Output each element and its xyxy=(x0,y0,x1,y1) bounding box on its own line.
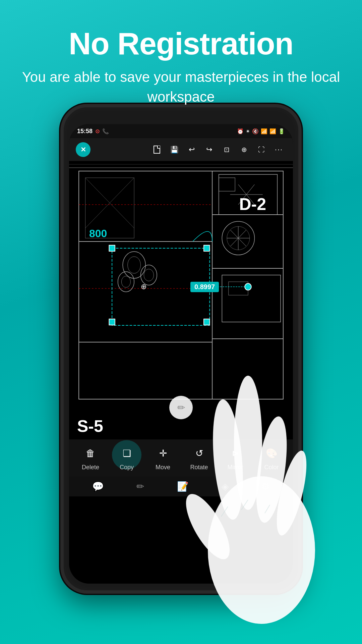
mirror-icon: ⊳ xyxy=(227,445,244,462)
room-label-s5: S-5 xyxy=(77,417,103,436)
mirror-label: Mirror xyxy=(228,464,243,471)
phone-frame: 15:58 ⊙ 📞 ⏰ ✴ 🔇 📶 📶 🔋 xyxy=(60,104,302,594)
dimension-label: 0.8997 xyxy=(190,282,219,292)
status-time: 15:58 xyxy=(77,128,93,135)
redo-button[interactable]: ↪ xyxy=(202,142,217,157)
status-alert-icon: ⊙ xyxy=(95,128,100,135)
zoom-icon: ⊕ xyxy=(241,146,247,154)
move-icon: ✛ xyxy=(155,445,171,462)
close-button[interactable]: ✕ xyxy=(76,142,90,157)
svg-rect-31 xyxy=(204,319,209,325)
battery-icon: 🔋 xyxy=(278,128,285,135)
save-button[interactable]: 💾 xyxy=(167,142,182,157)
delete-icon: 🗑 xyxy=(82,445,99,462)
rotate-icon: ↺ xyxy=(191,445,207,462)
copy-label: Copy xyxy=(120,464,134,471)
undo-icon: ↩ xyxy=(189,145,195,154)
alarm-icon: ⏰ xyxy=(237,128,244,135)
svg-point-39 xyxy=(121,276,130,287)
main-title: No Registration xyxy=(0,27,362,61)
mute-icon: 🔇 xyxy=(252,128,259,135)
room-label-d2: D-2 xyxy=(239,195,266,214)
rotate-label: Rotate xyxy=(190,464,208,471)
dimension-800: 800 xyxy=(89,227,107,240)
svg-rect-23 xyxy=(222,275,281,322)
fab-button[interactable]: ✏ xyxy=(169,396,193,419)
nav-pencil-button[interactable]: ✏ xyxy=(136,481,144,492)
svg-point-34 xyxy=(123,252,145,278)
nav-edit-button[interactable]: 📝 xyxy=(177,481,189,492)
status-call-icon: 📞 xyxy=(102,128,109,135)
x-icon: ✕ xyxy=(80,146,86,154)
redo-icon: ↪ xyxy=(206,145,212,154)
select-icon: ⊡ xyxy=(224,146,230,154)
phone-screen: 15:58 ⊙ 📞 ⏰ ✴ 🔇 📶 📶 🔋 xyxy=(69,124,293,584)
svg-point-37 xyxy=(144,269,154,281)
phone-wrapper: 15:58 ⊙ 📞 ⏰ ✴ 🔇 📶 📶 🔋 xyxy=(60,104,302,594)
signal-icon: 📶 xyxy=(261,128,267,135)
mirror-button[interactable]: ⊳ Mirror xyxy=(222,445,249,471)
undo-button[interactable]: ↩ xyxy=(184,142,199,157)
zoom-button[interactable]: ⊕ xyxy=(237,142,251,157)
new-file-button[interactable] xyxy=(149,142,164,157)
color-icon: 🎨 xyxy=(263,445,280,462)
copy-icon: ❏ xyxy=(118,445,135,462)
delete-label: Delete xyxy=(82,464,99,471)
svg-rect-29 xyxy=(204,245,209,251)
select-button[interactable]: ⊡ xyxy=(219,142,234,157)
color-button[interactable]: 🎨 Color xyxy=(258,445,285,471)
nav-layers-button[interactable]: ◈ xyxy=(222,481,229,492)
status-bar: 15:58 ⊙ 📞 ⏰ ✴ 🔇 📶 📶 🔋 xyxy=(69,124,293,138)
save-icon: 💾 xyxy=(170,146,179,154)
status-time-area: 15:58 ⊙ 📞 xyxy=(77,128,109,135)
signal2-icon: 📶 xyxy=(269,128,276,135)
edit-pencil-icon: ✏ xyxy=(177,402,185,413)
svg-point-33 xyxy=(245,283,251,290)
copy-button[interactable]: ❏ Copy xyxy=(113,445,140,471)
cad-drawing-area[interactable]: ⊕ D-2 800 0.8997 ✏ S-5 xyxy=(69,161,293,439)
rotate-button[interactable]: ↺ Rotate xyxy=(186,445,213,471)
fit-icon: ⛶ xyxy=(258,146,265,154)
color-label: Color xyxy=(264,464,279,471)
fit-button[interactable]: ⛶ xyxy=(254,142,269,157)
move-button[interactable]: ✛ Move xyxy=(149,445,176,471)
svg-rect-28 xyxy=(109,245,115,251)
nav-settings-button[interactable]: ⚙ xyxy=(261,481,270,492)
bluetooth-icon: ✴ xyxy=(246,128,250,135)
nav-chat-button[interactable]: 💬 xyxy=(92,481,104,492)
nav-bar: 💬 ✏ 📝 ◈ ⚙ xyxy=(69,476,293,496)
app-toolbar: ✕ 💾 ↩ xyxy=(69,138,293,161)
svg-rect-30 xyxy=(109,319,115,325)
status-icons: ⏰ ✴ 🔇 📶 📶 🔋 xyxy=(237,128,285,135)
bottom-toolbar: 🗑 Delete ❏ Copy ✛ Move ↺ Rotate xyxy=(69,439,293,476)
more-icon: ··· xyxy=(275,145,283,154)
delete-button[interactable]: 🗑 Delete xyxy=(77,445,104,471)
svg-point-35 xyxy=(128,257,141,273)
file-icon xyxy=(154,146,160,154)
svg-rect-16 xyxy=(219,178,235,191)
sub-title: You are able to save your masterpieces i… xyxy=(0,67,362,107)
svg-text:⊕: ⊕ xyxy=(141,282,147,291)
more-button[interactable]: ··· xyxy=(272,142,286,157)
header-section: No Registration You are able to save you… xyxy=(0,0,362,120)
move-label: Move xyxy=(156,464,170,471)
